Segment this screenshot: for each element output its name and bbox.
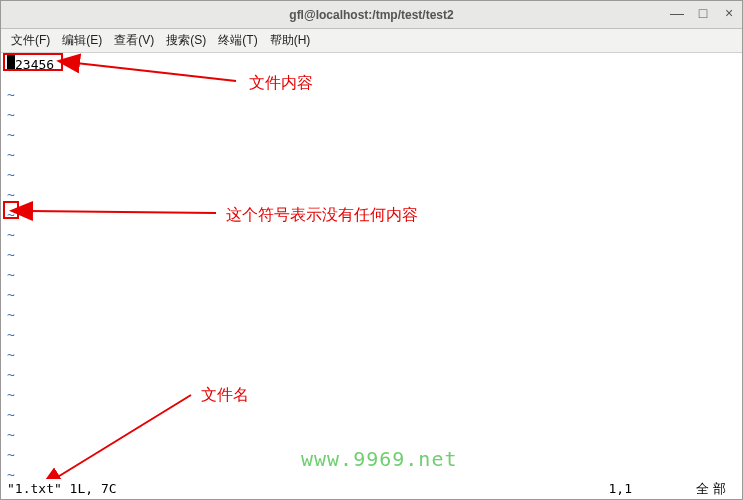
minimize-icon[interactable]: — — [670, 5, 684, 21]
status-filename: "1.txt" — [7, 481, 62, 496]
svg-line-1 — [29, 211, 216, 213]
status-percent: 全部 — [696, 479, 730, 499]
annotation-tilde: 这个符号表示没有任何内容 — [226, 205, 418, 225]
close-icon[interactable]: × — [722, 5, 736, 21]
status-info: 1L, 7C — [62, 481, 117, 496]
maximize-icon[interactable]: □ — [696, 5, 710, 21]
menu-edit[interactable]: 编辑(E) — [56, 30, 108, 51]
terminal-window: gfl@localhost:/tmp/test/test2 — □ × 文件(F… — [0, 0, 743, 500]
watermark-text: www.9969.net — [301, 449, 458, 469]
menu-view[interactable]: 查看(V) — [108, 30, 160, 51]
window-title: gfl@localhost:/tmp/test/test2 — [1, 8, 742, 22]
titlebar[interactable]: gfl@localhost:/tmp/test/test2 — □ × — [1, 1, 742, 29]
annotation-content: 文件内容 — [249, 73, 313, 93]
menu-search[interactable]: 搜索(S) — [160, 30, 212, 51]
menu-terminal[interactable]: 终端(T) — [212, 30, 263, 51]
svg-line-0 — [76, 63, 236, 81]
statusbar: "1.txt" 1L, 7C 1,1 全部 — [1, 479, 742, 499]
editor-area[interactable]: 23456 ~ ~ ~ ~ ~ ~ ~ ~ ~ ~ ~ ~ ~ ~ ~ ~ ~ … — [1, 53, 742, 499]
annotation-filename: 文件名 — [201, 385, 249, 405]
menu-file[interactable]: 文件(F) — [5, 30, 56, 51]
menubar: 文件(F) 编辑(E) 查看(V) 搜索(S) 终端(T) 帮助(H) — [1, 29, 742, 53]
status-position: 1,1 — [609, 479, 632, 499]
svg-line-2 — [56, 395, 191, 478]
status-filename-info: "1.txt" 1L, 7C — [7, 479, 117, 499]
menu-help[interactable]: 帮助(H) — [264, 30, 317, 51]
arrow-icon — [1, 53, 743, 499]
window-controls: — □ × — [670, 5, 736, 21]
